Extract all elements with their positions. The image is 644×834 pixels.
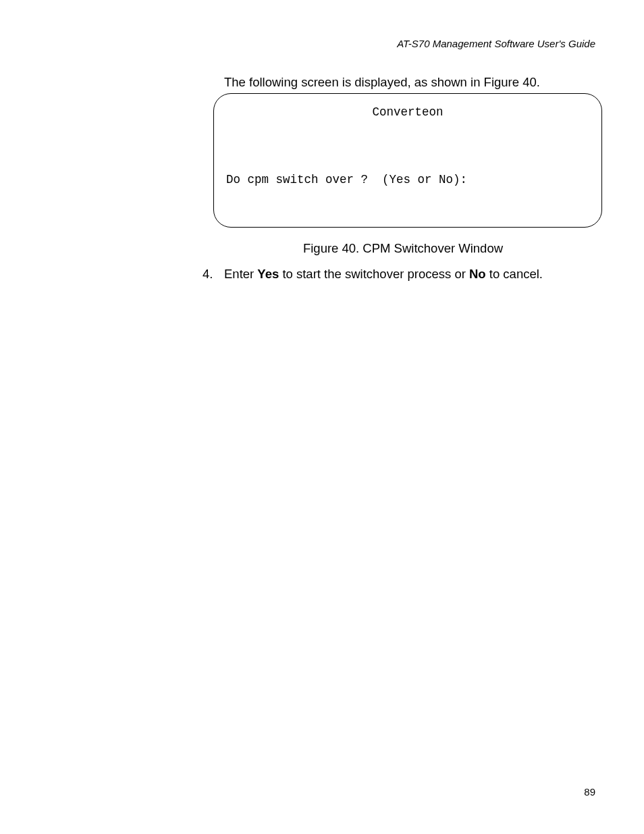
terminal-window: Converteon Do cpm switch over ? (Yes or … xyxy=(213,93,602,228)
step-number: 4. xyxy=(203,267,224,282)
terminal-title: Converteon xyxy=(226,103,589,122)
running-head: AT-S70 Management Software User's Guide xyxy=(397,38,595,49)
step-bold-no: No xyxy=(469,267,486,281)
step-text-2: to start the switchover process or xyxy=(279,267,469,281)
page-number: 89 xyxy=(584,786,595,798)
figure-caption: Figure 40. CPM Switchover Window xyxy=(0,241,644,256)
step-text-3: to cancel. xyxy=(486,267,543,281)
terminal-option-yes: Yes xyxy=(226,225,589,228)
terminal-prompt: Do cpm switch over ? (Yes or No): xyxy=(226,171,589,189)
intro-text: The following screen is displayed, as sh… xyxy=(224,75,540,90)
step-text-1: Enter xyxy=(224,267,257,281)
step-bold-yes: Yes xyxy=(257,267,279,281)
step-4: 4.Enter Yes to start the switchover proc… xyxy=(203,267,543,282)
